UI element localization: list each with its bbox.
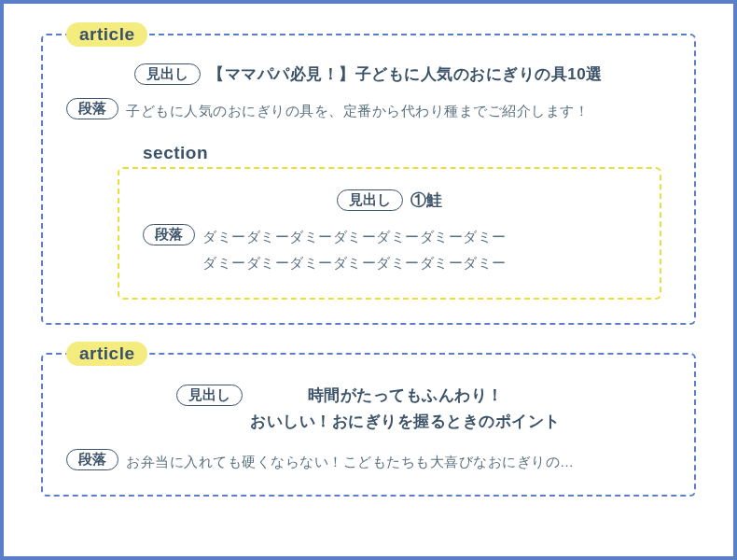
heading-pill: 見出し [134, 63, 201, 85]
diagram-frame: article 見出し 【ママパパ必見！】子どもに人気のおにぎりの具10選 段落… [0, 0, 737, 560]
heading-pill: 見出し [337, 189, 403, 211]
section-heading-row: 見出し ①鮭 [143, 189, 636, 211]
section-paragraph-row: 段落 ダミーダミーダミーダミーダミーダミーダミー ダミーダミーダミーダミーダミー… [143, 224, 636, 277]
paragraph-row: 段落 子どもに人気のおにぎりの具を、定番から代わり種までご紹介します！ [66, 98, 671, 125]
article-badge: article [66, 342, 147, 366]
article-badge: article [66, 22, 147, 47]
article-box-1: article 見出し 【ママパパ必見！】子どもに人気のおにぎりの具10選 段落… [41, 34, 696, 325]
heading-pill: 見出し [176, 385, 243, 406]
article2-heading-line1: 時間がたってもふんわり！ [308, 386, 504, 404]
section1-para-line1: ダミーダミーダミーダミーダミーダミーダミー [202, 224, 507, 251]
heading-row: 見出し 【ママパパ必見！】子どもに人気のおにぎりの具10選 [66, 63, 671, 85]
article2-heading: 時間がたってもふんわり！ おいしい！おにぎりを握るときのポイント [250, 383, 561, 437]
article1-heading: 【ママパパ必見！】子どもに人気のおにぎりの具10選 [208, 63, 602, 85]
section1-paragraph: ダミーダミーダミーダミーダミーダミーダミー ダミーダミーダミーダミーダミーダミー… [202, 224, 507, 277]
section1-para-line2: ダミーダミーダミーダミーダミーダミーダミー [202, 250, 507, 277]
section1-heading: ①鮭 [410, 189, 443, 211]
section-box-1: section 見出し ①鮭 段落 ダミーダミーダミーダミーダミーダミーダミー … [118, 167, 661, 300]
paragraph-pill: 段落 [66, 98, 118, 119]
article-box-2: article 見出し 時間がたってもふんわり！ おいしい！おにぎりを握るときの… [41, 353, 696, 497]
article1-paragraph: 子どもに人気のおにぎりの具を、定番から代わり種までご紹介します！ [126, 98, 589, 125]
section-label: section [143, 143, 208, 163]
heading-row: 見出し 時間がたってもふんわり！ おいしい！おにぎりを握るときのポイント [66, 383, 671, 437]
article2-heading-line2: おいしい！おにぎりを握るときのポイント [250, 413, 561, 430]
article2-paragraph: お弁当に入れても硬くならない！こどもたちも大喜びなおにぎりの… [126, 449, 575, 476]
paragraph-row: 段落 お弁当に入れても硬くならない！こどもたちも大喜びなおにぎりの… [66, 449, 671, 476]
paragraph-pill: 段落 [143, 224, 195, 245]
paragraph-pill: 段落 [66, 449, 118, 470]
